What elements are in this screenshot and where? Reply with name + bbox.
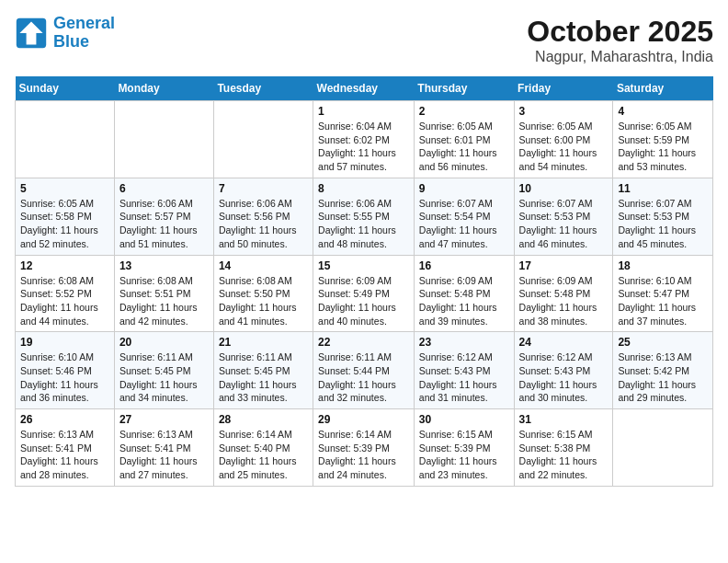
weekday-label: Saturday [613, 76, 713, 101]
day-number: 25 [618, 336, 708, 349]
day-number: 18 [618, 259, 708, 272]
day-number: 31 [519, 413, 609, 426]
calendar-cell: 21Sunrise: 6:11 AM Sunset: 5:45 PM Dayli… [213, 332, 313, 409]
day-number: 28 [219, 413, 308, 426]
day-number: 6 [119, 182, 209, 195]
day-number: 16 [419, 259, 509, 272]
day-number: 22 [318, 336, 409, 349]
weekday-label: Wednesday [313, 76, 415, 101]
calendar-cell [16, 101, 115, 178]
weekday-label: Sunday [16, 76, 115, 101]
weekday-header-row: SundayMondayTuesdayWednesdayThursdayFrid… [16, 76, 713, 101]
day-number: 17 [519, 259, 609, 272]
calendar-cell: 29Sunrise: 6:14 AM Sunset: 5:39 PM Dayli… [313, 409, 415, 487]
day-detail: Sunrise: 6:10 AM Sunset: 5:47 PM Dayligh… [618, 274, 708, 328]
day-detail: Sunrise: 6:05 AM Sunset: 5:58 PM Dayligh… [20, 197, 109, 251]
calendar-cell: 24Sunrise: 6:12 AM Sunset: 5:43 PM Dayli… [514, 332, 613, 409]
day-number: 5 [20, 182, 109, 195]
day-detail: Sunrise: 6:14 AM Sunset: 5:40 PM Dayligh… [219, 428, 308, 482]
day-detail: Sunrise: 6:07 AM Sunset: 5:54 PM Dayligh… [419, 197, 509, 251]
day-number: 23 [419, 336, 509, 349]
day-detail: Sunrise: 6:11 AM Sunset: 5:45 PM Dayligh… [119, 350, 209, 405]
calendar-cell [613, 409, 713, 487]
calendar-cell: 14Sunrise: 6:08 AM Sunset: 5:50 PM Dayli… [213, 255, 313, 332]
calendar-cell: 17Sunrise: 6:09 AM Sunset: 5:48 PM Dayli… [514, 255, 613, 332]
calendar-cell: 1Sunrise: 6:04 AM Sunset: 6:02 PM Daylig… [313, 101, 415, 178]
logo-text: General Blue [53, 15, 115, 52]
calendar-cell: 20Sunrise: 6:11 AM Sunset: 5:45 PM Dayli… [114, 332, 213, 409]
calendar-cell: 2Sunrise: 6:05 AM Sunset: 6:01 PM Daylig… [414, 101, 514, 178]
day-number: 12 [20, 259, 109, 272]
calendar-cell: 10Sunrise: 6:07 AM Sunset: 5:53 PM Dayli… [514, 178, 613, 255]
day-detail: Sunrise: 6:13 AM Sunset: 5:41 PM Dayligh… [20, 428, 109, 482]
weekday-label: Monday [114, 76, 213, 101]
page-header: General Blue October 2025 Nagpur, Mahara… [15, 15, 713, 65]
calendar-cell: 3Sunrise: 6:05 AM Sunset: 6:00 PM Daylig… [514, 101, 613, 178]
location: Nagpur, Maharashtra, India [527, 49, 713, 65]
day-detail: Sunrise: 6:10 AM Sunset: 5:46 PM Dayligh… [20, 350, 109, 405]
calendar-week-row: 1Sunrise: 6:04 AM Sunset: 6:02 PM Daylig… [16, 101, 713, 178]
day-detail: Sunrise: 6:11 AM Sunset: 5:45 PM Dayligh… [219, 350, 308, 405]
day-number: 30 [419, 413, 509, 426]
calendar-cell: 23Sunrise: 6:12 AM Sunset: 5:43 PM Dayli… [414, 332, 514, 409]
weekday-label: Friday [514, 76, 613, 101]
calendar-cell: 8Sunrise: 6:06 AM Sunset: 5:55 PM Daylig… [313, 178, 415, 255]
day-detail: Sunrise: 6:04 AM Sunset: 6:02 PM Dayligh… [318, 120, 409, 174]
logo: General Blue [15, 15, 115, 52]
day-number: 1 [318, 105, 409, 118]
day-number: 27 [119, 413, 209, 426]
calendar-cell: 12Sunrise: 6:08 AM Sunset: 5:52 PM Dayli… [16, 255, 115, 332]
day-detail: Sunrise: 6:06 AM Sunset: 5:57 PM Dayligh… [119, 197, 209, 251]
day-detail: Sunrise: 6:09 AM Sunset: 5:48 PM Dayligh… [419, 274, 509, 328]
title-block: October 2025 Nagpur, Maharashtra, India [527, 15, 713, 65]
calendar-body: 1Sunrise: 6:04 AM Sunset: 6:02 PM Daylig… [16, 101, 713, 487]
day-number: 4 [618, 105, 708, 118]
calendar-cell: 11Sunrise: 6:07 AM Sunset: 5:53 PM Dayli… [613, 178, 713, 255]
calendar-week-row: 12Sunrise: 6:08 AM Sunset: 5:52 PM Dayli… [16, 255, 713, 332]
calendar-cell: 13Sunrise: 6:08 AM Sunset: 5:51 PM Dayli… [114, 255, 213, 332]
logo-icon [15, 17, 48, 50]
calendar-cell [114, 101, 213, 178]
calendar-cell [213, 101, 313, 178]
day-number: 3 [519, 105, 609, 118]
day-number: 8 [318, 182, 409, 195]
calendar-cell: 9Sunrise: 6:07 AM Sunset: 5:54 PM Daylig… [414, 178, 514, 255]
day-number: 13 [119, 259, 209, 272]
day-detail: Sunrise: 6:12 AM Sunset: 5:43 PM Dayligh… [519, 350, 609, 405]
calendar-cell: 22Sunrise: 6:11 AM Sunset: 5:44 PM Dayli… [313, 332, 415, 409]
weekday-label: Tuesday [213, 76, 313, 101]
calendar-cell: 6Sunrise: 6:06 AM Sunset: 5:57 PM Daylig… [114, 178, 213, 255]
calendar-cell: 19Sunrise: 6:10 AM Sunset: 5:46 PM Dayli… [16, 332, 115, 409]
calendar-cell: 25Sunrise: 6:13 AM Sunset: 5:42 PM Dayli… [613, 332, 713, 409]
day-number: 9 [419, 182, 509, 195]
calendar-cell: 31Sunrise: 6:15 AM Sunset: 5:38 PM Dayli… [514, 409, 613, 487]
day-detail: Sunrise: 6:08 AM Sunset: 5:52 PM Dayligh… [20, 274, 109, 328]
day-detail: Sunrise: 6:05 AM Sunset: 5:59 PM Dayligh… [618, 120, 708, 174]
day-detail: Sunrise: 6:14 AM Sunset: 5:39 PM Dayligh… [318, 428, 409, 482]
day-number: 14 [219, 259, 308, 272]
day-number: 19 [20, 336, 109, 349]
day-detail: Sunrise: 6:09 AM Sunset: 5:49 PM Dayligh… [318, 274, 409, 328]
calendar-cell: 26Sunrise: 6:13 AM Sunset: 5:41 PM Dayli… [16, 409, 115, 487]
day-detail: Sunrise: 6:09 AM Sunset: 5:48 PM Dayligh… [519, 274, 609, 328]
calendar-week-row: 19Sunrise: 6:10 AM Sunset: 5:46 PM Dayli… [16, 332, 713, 409]
calendar-cell: 27Sunrise: 6:13 AM Sunset: 5:41 PM Dayli… [114, 409, 213, 487]
calendar-cell: 7Sunrise: 6:06 AM Sunset: 5:56 PM Daylig… [213, 178, 313, 255]
calendar-week-row: 26Sunrise: 6:13 AM Sunset: 5:41 PM Dayli… [16, 409, 713, 487]
calendar-cell: 5Sunrise: 6:05 AM Sunset: 5:58 PM Daylig… [16, 178, 115, 255]
day-detail: Sunrise: 6:12 AM Sunset: 5:43 PM Dayligh… [419, 350, 509, 405]
day-detail: Sunrise: 6:11 AM Sunset: 5:44 PM Dayligh… [318, 350, 409, 405]
calendar-cell: 15Sunrise: 6:09 AM Sunset: 5:49 PM Dayli… [313, 255, 415, 332]
day-detail: Sunrise: 6:06 AM Sunset: 5:56 PM Dayligh… [219, 197, 308, 251]
day-number: 24 [519, 336, 609, 349]
day-detail: Sunrise: 6:15 AM Sunset: 5:38 PM Dayligh… [519, 428, 609, 482]
day-detail: Sunrise: 6:06 AM Sunset: 5:55 PM Dayligh… [318, 197, 409, 251]
day-number: 7 [219, 182, 308, 195]
day-detail: Sunrise: 6:08 AM Sunset: 5:51 PM Dayligh… [119, 274, 209, 328]
day-detail: Sunrise: 6:07 AM Sunset: 5:53 PM Dayligh… [519, 197, 609, 251]
day-detail: Sunrise: 6:08 AM Sunset: 5:50 PM Dayligh… [219, 274, 308, 328]
day-number: 20 [119, 336, 209, 349]
day-detail: Sunrise: 6:13 AM Sunset: 5:41 PM Dayligh… [119, 428, 209, 482]
day-detail: Sunrise: 6:13 AM Sunset: 5:42 PM Dayligh… [618, 350, 708, 405]
day-detail: Sunrise: 6:05 AM Sunset: 6:00 PM Dayligh… [519, 120, 609, 174]
